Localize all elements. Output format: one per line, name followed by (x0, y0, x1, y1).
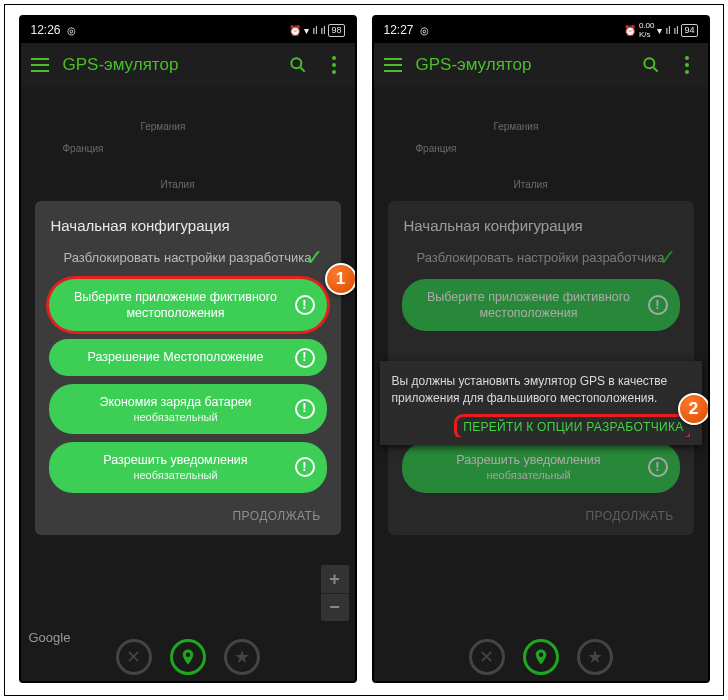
app-bar: GPS-эмулятор (374, 43, 708, 87)
battery-indicator: 94 (681, 24, 697, 37)
callout-badge-2: 2 (678, 393, 710, 425)
status-bar: 12:26 ◎ ⏰ ▾ ıl ıl 98 (21, 17, 355, 43)
phone-screenshot-1: 12:26 ◎ ⏰ ▾ ıl ıl 98 GPS-эмулятор Герман… (19, 15, 357, 683)
location-permission-button[interactable]: Разрешение Местоположение ! (49, 339, 327, 375)
signal-icon: ıl (320, 25, 325, 36)
select-fake-location-app-button[interactable]: Выберите приложение фиктивного местополо… (49, 279, 327, 332)
location-icon: ◎ (67, 25, 76, 36)
location-pin-button[interactable] (523, 639, 559, 675)
alert-icon: ! (295, 295, 315, 315)
app-bar: GPS-эмулятор (21, 43, 355, 87)
map-label: Италия (514, 179, 548, 190)
wifi-icon: ▾ (657, 25, 662, 36)
bottom-actions: ✕ ★ (21, 635, 355, 679)
zoom-controls: + − (321, 565, 349, 621)
favorite-button[interactable]: ★ (224, 639, 260, 675)
signal-icon: ıl (312, 25, 317, 36)
cancel-button[interactable]: ✕ (469, 639, 505, 675)
status-time: 12:26 (31, 23, 61, 37)
search-icon[interactable] (287, 54, 309, 76)
snackbar: Вы должны установить эмулятор GPS в каче… (380, 361, 702, 445)
overflow-menu-icon[interactable] (676, 54, 698, 76)
check-icon: ✓ (305, 245, 323, 271)
go-to-developer-options-button[interactable]: ПЕРЕЙТИ К ОПЦИИ РАЗРАБОТЧИКА (457, 417, 689, 437)
app-title: GPS-эмулятор (416, 55, 626, 75)
bottom-actions: ✕ ★ (374, 635, 708, 679)
dialog-title: Начальная конфигурация (47, 217, 329, 234)
favorite-button[interactable]: ★ (577, 639, 613, 675)
location-icon: ◎ (420, 25, 429, 36)
svg-point-0 (291, 58, 301, 68)
continue-button[interactable]: ПРОДОЛЖАТЬ (400, 501, 682, 525)
wifi-icon: ▾ (304, 25, 309, 36)
alarm-icon: ⏰ (289, 25, 301, 36)
alert-icon: ! (648, 457, 668, 477)
alert-icon: ! (648, 295, 668, 315)
battery-indicator: 98 (328, 24, 344, 37)
map-label: Германия (494, 121, 539, 132)
map-label: Германия (141, 121, 186, 132)
zoom-out-button[interactable]: − (321, 593, 349, 621)
battery-saver-button[interactable]: Экономия заряда батареи необязательный ! (49, 384, 327, 435)
cancel-button[interactable]: ✕ (116, 639, 152, 675)
unlock-dev-row: Разблокировать настройки разработчика ✓ (400, 250, 682, 267)
check-icon: ✓ (658, 245, 676, 271)
zoom-in-button[interactable]: + (321, 565, 349, 593)
map-label: Италия (161, 179, 195, 190)
alert-icon: ! (295, 399, 315, 419)
allow-notifications-button[interactable]: Разрешить уведомления необязательный ! (49, 442, 327, 493)
search-icon[interactable] (640, 54, 662, 76)
dialog-title: Начальная конфигурация (400, 217, 682, 234)
callout-badge-1: 1 (325, 263, 357, 295)
continue-button[interactable]: ПРОДОЛЖАТЬ (47, 501, 329, 525)
signal-icon: ıl (673, 25, 678, 36)
menu-icon[interactable] (384, 58, 402, 72)
map-label: Франция (416, 143, 457, 154)
menu-icon[interactable] (31, 58, 49, 72)
map-label: Франция (63, 143, 104, 154)
phone-screenshot-2: 12:27 ◎ ⏰ 0.00K/s ▾ ıl ıl 94 GPS-эмулято… (372, 15, 710, 683)
signal-icon: ıl (665, 25, 670, 36)
location-pin-button[interactable] (170, 639, 206, 675)
app-title: GPS-эмулятор (63, 55, 273, 75)
status-time: 12:27 (384, 23, 414, 37)
alarm-icon: ⏰ (624, 25, 636, 36)
initial-config-dialog: Начальная конфигурация Разблокировать на… (35, 201, 341, 535)
select-fake-location-app-button[interactable]: Выберите приложение фиктивного местополо… (402, 279, 680, 332)
svg-point-2 (644, 58, 654, 68)
svg-line-3 (653, 68, 657, 72)
speed-indicator: 0.00K/s (639, 21, 655, 39)
svg-line-1 (300, 68, 304, 72)
allow-notifications-button[interactable]: Разрешить уведомления необязательный ! (402, 442, 680, 493)
unlock-dev-row: Разблокировать настройки разработчика ✓ (47, 250, 329, 267)
status-bar: 12:27 ◎ ⏰ 0.00K/s ▾ ıl ıl 94 (374, 17, 708, 43)
snackbar-message: Вы должны установить эмулятор GPS в каче… (392, 373, 690, 407)
overflow-menu-icon[interactable] (323, 54, 345, 76)
alert-icon: ! (295, 348, 315, 368)
alert-icon: ! (295, 457, 315, 477)
